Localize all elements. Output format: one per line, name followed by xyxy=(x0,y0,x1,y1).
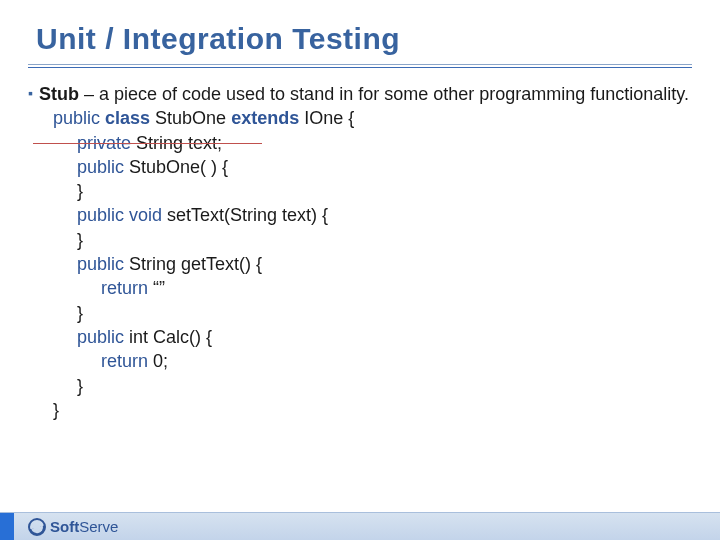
slide-title: Unit / Integration Testing xyxy=(0,0,720,64)
code-line: return 0; xyxy=(53,349,690,373)
code-block: public class StubOne extends IOne { priv… xyxy=(39,106,690,422)
code-line: } xyxy=(53,179,690,203)
code-line: } xyxy=(53,228,690,252)
code-line: public String getText() { xyxy=(53,252,690,276)
footer-bar: SoftServe xyxy=(0,512,720,540)
brand-text: SoftServe xyxy=(50,518,118,535)
footer-accent xyxy=(0,513,14,540)
code-line: } xyxy=(53,301,690,325)
slide-body: ▪ Stub – a piece of code used to stand i… xyxy=(0,74,720,422)
code-line: return “” xyxy=(53,276,690,300)
code-line: public StubOne( ) { xyxy=(53,155,690,179)
code-line-struck: private String text; xyxy=(53,131,222,155)
title-divider xyxy=(28,64,692,68)
term-def: – a piece of code used to stand in for s… xyxy=(79,84,689,104)
code-line: public class StubOne extends IOne { xyxy=(53,106,690,130)
brand-logo: SoftServe xyxy=(14,518,118,536)
definition-text: Stub – a piece of code used to stand in … xyxy=(39,82,690,422)
brand-icon xyxy=(28,518,46,536)
code-line: public void setText(String text) { xyxy=(53,203,690,227)
bullet-icon: ▪ xyxy=(28,82,39,422)
term: Stub xyxy=(39,84,79,104)
code-line: public int Calc() { xyxy=(53,325,690,349)
code-line: } xyxy=(53,398,690,422)
code-line: } xyxy=(53,374,690,398)
